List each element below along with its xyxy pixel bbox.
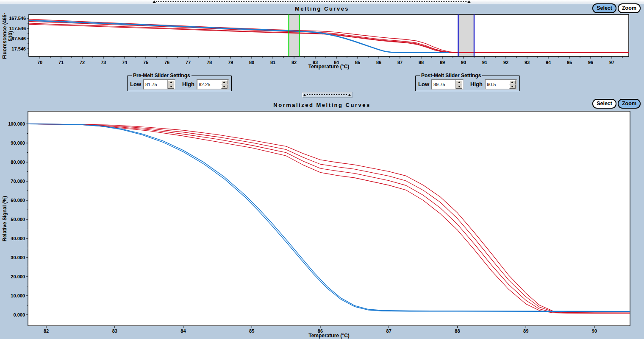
- y-tick-label: 50.000: [11, 217, 25, 222]
- y-tick-label: 40.000: [11, 236, 25, 241]
- y-tick-label: 67.546: [11, 36, 26, 41]
- post-melt-high-spinner: [509, 80, 516, 89]
- pre-melt-slider-settings: Pre-Melt Slider Settings Low High: [127, 73, 232, 91]
- melting-curves-title: Melting Curves: [0, 6, 644, 12]
- down-arrow-icon: [223, 86, 225, 87]
- post-melt-high-input[interactable]: [486, 80, 509, 89]
- down-arrow-icon: [170, 86, 172, 87]
- pre-melt-high-spinner: [221, 80, 228, 89]
- melting-curves-chart[interactable]: 7071727374757677787980818283848586878889…: [0, 13, 644, 72]
- up-arrow-icon: [223, 81, 225, 83]
- up-arrow-icon: [511, 81, 514, 83]
- y-tick-label: 80.000: [11, 160, 25, 165]
- pre-melt-high-input[interactable]: [197, 80, 221, 89]
- post-melt-legend: Post-Melt Slider Settings: [420, 73, 482, 78]
- post-melt-low-spinbox: [431, 79, 464, 90]
- y-tick-label: 90.000: [11, 140, 25, 146]
- post-melt-low-label: Low: [418, 81, 429, 87]
- y-tick-label: 0.000: [13, 312, 25, 317]
- pre-melt-high-spinbox: [197, 79, 229, 90]
- y-axis: 167.546117.54667.54617.546: [9, 16, 29, 54]
- y-tick-label: 100.000: [8, 121, 25, 126]
- normalized-melting-curves-title: Normalized Melting Curves: [0, 102, 644, 108]
- temperature-axis-label-bottom: Temperature (°C): [28, 333, 630, 339]
- splitter-left-arrow-icon[interactable]: [153, 0, 156, 3]
- pre-melt-high-label: High: [182, 81, 194, 87]
- temperature-axis-label-top: Temperature (°C): [29, 64, 629, 70]
- select-button-bottom[interactable]: Select: [592, 99, 616, 109]
- post-melt-high-label: High: [470, 81, 483, 87]
- pre-melt-low-down-button[interactable]: [168, 84, 174, 89]
- mini-range-slider[interactable]: [302, 92, 353, 98]
- top-splitter[interactable]: [0, 0, 644, 4]
- post-melt-low-up-button[interactable]: [456, 80, 462, 84]
- plot-area[interactable]: [29, 14, 629, 56]
- up-arrow-icon: [458, 81, 461, 83]
- top-chart-mode-buttons: Select Zoom: [592, 3, 641, 13]
- post-melt-high-down-button[interactable]: [509, 84, 516, 89]
- pre-melt-high-up-button[interactable]: [221, 80, 228, 84]
- mini-slider-left-handle-icon[interactable]: [303, 94, 306, 96]
- mini-slider-right-handle-icon[interactable]: [348, 94, 351, 96]
- y-tick-label: 60.000: [11, 198, 25, 203]
- pre-melt-low-spinbox: [143, 79, 175, 90]
- up-arrow-icon: [170, 81, 172, 83]
- down-arrow-icon: [458, 86, 461, 87]
- pre-melt-region: [289, 15, 300, 56]
- post-melt-low-spinner: [455, 80, 462, 89]
- pre-melt-legend: Pre-Melt Slider Settings: [132, 73, 192, 78]
- y-tick-label: 17.546: [11, 46, 26, 51]
- post-melt-slider-settings: Post-Melt Slider Settings Low High: [415, 73, 520, 91]
- pre-melt-low-input[interactable]: [144, 80, 167, 89]
- zoom-button-bottom[interactable]: Zoom: [618, 99, 641, 109]
- post-melt-high-up-button[interactable]: [509, 80, 516, 84]
- plot-area[interactable]: [28, 111, 630, 326]
- splitter-track: [156, 1, 467, 2]
- post-melt-region: [458, 15, 475, 56]
- pre-melt-high-down-button[interactable]: [221, 84, 228, 89]
- y-tick-label: 10.000: [11, 293, 25, 298]
- splitter-right-arrow-icon[interactable]: [467, 0, 471, 3]
- post-melt-low-down-button[interactable]: [456, 84, 462, 89]
- post-melt-high-spinbox: [485, 79, 517, 90]
- y-tick-label: 30.000: [11, 255, 25, 260]
- zoom-button-top[interactable]: Zoom: [618, 3, 641, 13]
- pre-melt-low-label: Low: [130, 81, 141, 87]
- bottom-chart-mode-buttons: Select Zoom: [592, 99, 641, 109]
- y-tick-label: 20.000: [11, 274, 25, 279]
- pre-melt-low-spinner: [167, 80, 174, 89]
- mini-slider-track: [307, 94, 347, 95]
- y-tick-label: 117.546: [9, 26, 26, 31]
- down-arrow-icon: [511, 86, 514, 87]
- post-melt-low-input[interactable]: [432, 80, 455, 89]
- y-tick-label: 70.000: [11, 179, 25, 184]
- y-axis: 100.00090.00080.00070.00060.00050.00040.…: [8, 121, 28, 317]
- select-button-top[interactable]: Select: [592, 3, 616, 13]
- pre-melt-low-up-button[interactable]: [168, 80, 174, 84]
- y-tick-label: 167.546: [9, 16, 26, 21]
- normalized-melting-curves-chart[interactable]: 828384858687888990100.00090.00080.00070.…: [0, 109, 644, 339]
